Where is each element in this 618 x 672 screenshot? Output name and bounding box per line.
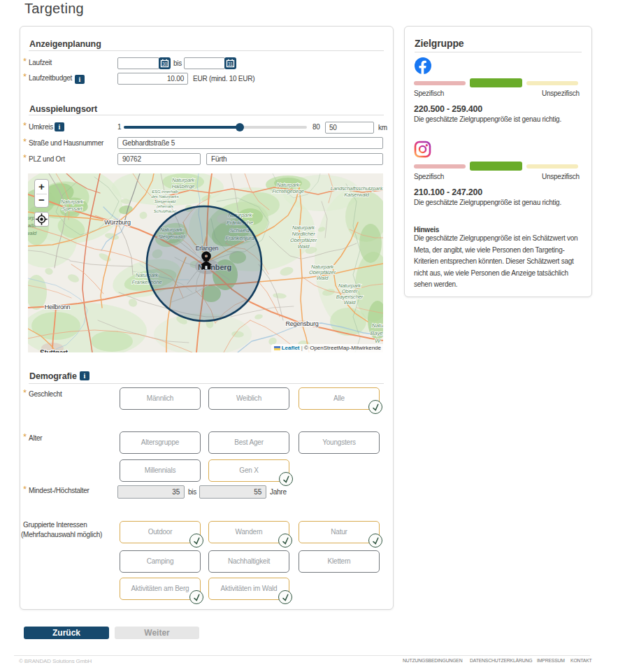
- svg-text:Naturpark: Naturpark: [277, 182, 300, 188]
- svg-text:ESG innerhalb: ESG innerhalb: [152, 190, 178, 194]
- svg-text:(ehemals: (ehemals: [157, 204, 173, 208]
- svg-text:Naturpark: Naturpark: [292, 224, 315, 231]
- svg-text:Heilbronn: Heilbronn: [45, 303, 71, 310]
- svg-text:Schutzhaus): Schutzhaus): [154, 209, 176, 213]
- svg-text:Kaiserwald: Kaiserwald: [344, 192, 370, 198]
- svg-text:Nördlicher: Nördlicher: [292, 231, 315, 237]
- svg-text:Fichtelgebirge: Fichtelgebirge: [272, 188, 304, 194]
- svg-text:Landschaftsschutzpark: Landschaftsschutzpark: [331, 185, 383, 192]
- svg-text:Naturpark: Naturpark: [61, 199, 84, 205]
- svg-text:31: 31: [228, 62, 233, 66]
- svg-text:Wald: Wald: [344, 299, 356, 306]
- svg-text:Oberpfälzer: Oberpfälzer: [290, 237, 317, 243]
- svg-text:Naturpark: Naturpark: [172, 177, 195, 183]
- svg-text:30: 30: [162, 62, 168, 66]
- svg-text:Steigerwald: Steigerwald: [154, 199, 176, 203]
- svg-text:wald: wald: [28, 230, 37, 236]
- svg-text:Wald: Wald: [298, 243, 310, 250]
- svg-text:Regensburg: Regensburg: [285, 320, 318, 327]
- svg-text:Wald: Wald: [317, 275, 329, 281]
- svg-text:des Naturparks: des Naturparks: [151, 194, 178, 199]
- svg-text:Natu: Natu: [372, 322, 383, 329]
- svg-text:Haßberge: Haßberge: [172, 183, 195, 190]
- svg-text:Bayer: Bayer: [371, 330, 383, 336]
- svg-text:Würzburg: Würzburg: [104, 219, 131, 226]
- svg-text:Spessart: Spessart: [62, 206, 83, 212]
- svg-text:Stuttgart: Stuttgart: [40, 349, 69, 352]
